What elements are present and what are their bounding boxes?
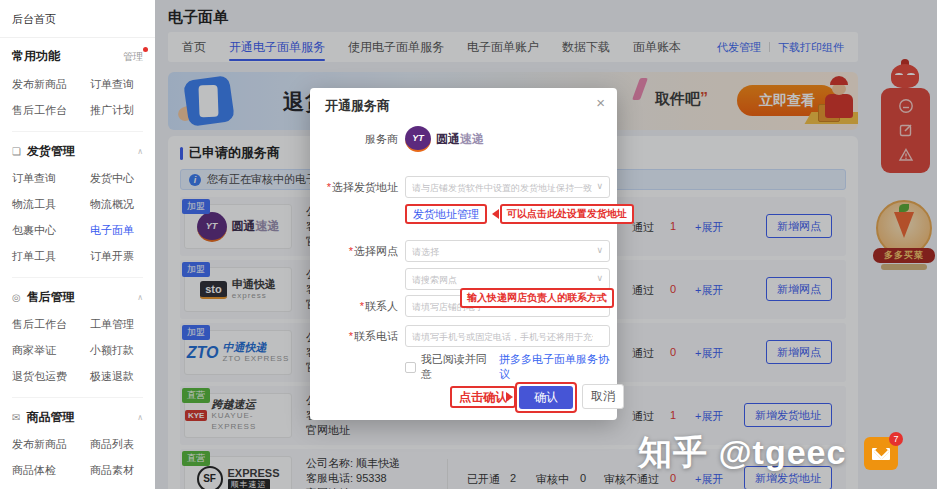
sidebar-item[interactable]: 商品素材	[90, 457, 155, 483]
goods-section-icon: ✉	[12, 412, 20, 423]
chevron-down-icon: ∨	[596, 273, 603, 283]
watermark: 知乎 @tgeec	[638, 430, 846, 476]
sidebar-item-electronic-waybill[interactable]: 电子面单	[90, 217, 155, 243]
sidebar-item[interactable]: 订单查询	[12, 165, 90, 191]
sidebar-item[interactable]: 物流工具	[12, 191, 90, 217]
agreement-checkbox[interactable]	[405, 362, 416, 373]
annotation-arrow-right	[506, 392, 513, 402]
sidebar-section-title[interactable]: 发货管理	[27, 143, 75, 160]
ship-address-select[interactable]: ∨	[405, 176, 610, 198]
sidebar-item[interactable]: 工单管理	[90, 311, 155, 337]
provider-field-label: 服务商	[318, 132, 398, 147]
sidebar-manage-link[interactable]: 管理	[123, 50, 143, 64]
sidebar-section-title[interactable]: 商品管理	[26, 409, 74, 426]
confirm-button[interactable]: 确认	[519, 386, 573, 409]
sidebar-item[interactable]: 推广计划	[90, 97, 155, 123]
sidebar-item[interactable]: 商品列表	[90, 431, 155, 457]
chevron-down-icon: ∨	[596, 181, 603, 191]
merchant-backend-page: 后台首页 常用功能 管理 发布新商品 订单查询 售后工作台 推广计划 ❏ 发货管…	[0, 0, 937, 489]
phone-field-label: *联系电话	[318, 329, 398, 344]
contact-field-label: *联系人	[318, 299, 398, 314]
envelope-badge: 7	[889, 432, 903, 446]
contact-annotation: 输入快递网店负责人的联系方式	[460, 288, 614, 308]
sidebar-item[interactable]: 订单开票	[90, 243, 155, 269]
sidebar-item-home[interactable]: 后台首页	[0, 10, 155, 38]
sidebar-item[interactable]: 发布新商品	[12, 431, 90, 457]
notification-dot	[143, 47, 148, 52]
sidebar-item[interactable]: 售后工作台	[12, 97, 90, 123]
modal-title: 开通服务商	[325, 97, 390, 115]
ship-address-input[interactable]	[406, 178, 609, 198]
sidebar-item[interactable]: 物流概况	[90, 191, 155, 217]
phone-field[interactable]	[405, 325, 610, 347]
chevron-up-icon[interactable]: ∧	[137, 147, 143, 156]
open-provider-modal: 开通服务商 × 服务商 YT 圆通速递 *选择发货地址 ∨ 发货地址管理 可以点…	[310, 88, 617, 420]
annotation-arrow-left	[492, 209, 499, 219]
envelope-icon	[872, 448, 890, 460]
chevron-up-icon[interactable]: ∧	[137, 413, 143, 422]
provider-value: YT 圆通速递	[405, 126, 484, 152]
sidebar-quick-title: 常用功能	[12, 48, 60, 65]
sidebar-item[interactable]: 评价管理	[12, 483, 90, 489]
sidebar-item[interactable]: 小额打款	[90, 337, 155, 363]
agreement-row: 我已阅读并同意 拼多多电子面单服务协议	[405, 352, 617, 382]
outlet-input[interactable]	[406, 242, 609, 262]
chevron-down-icon: ∨	[596, 245, 603, 255]
confirm-highlight-box: 确认	[515, 382, 577, 413]
aftersale-section-icon: ◎	[12, 292, 21, 303]
address-annotation: 可以点击此处设置发货地址	[500, 204, 634, 224]
close-icon[interactable]: ×	[596, 95, 605, 110]
agreement-link[interactable]: 拼多多电子面单服务协议	[499, 352, 617, 382]
sidebar-item[interactable]: 商品工具	[90, 483, 155, 489]
yto-logo: YT	[405, 126, 431, 152]
sidebar-item[interactable]: 订单查询	[90, 71, 155, 97]
sidebar: 后台首页 常用功能 管理 发布新商品 订单查询 售后工作台 推广计划 ❏ 发货管…	[0, 0, 155, 489]
sidebar-item[interactable]: 售后工作台	[12, 311, 90, 337]
outlet-select[interactable]: ∨	[405, 240, 610, 262]
sidebar-item[interactable]: 商家举证	[12, 337, 90, 363]
message-envelope-button[interactable]: 7	[864, 437, 898, 470]
phone-input[interactable]	[406, 327, 609, 347]
shipping-section-icon: ❏	[12, 146, 21, 157]
sidebar-item[interactable]: 退货包运费	[12, 363, 90, 389]
sidebar-section-title[interactable]: 售后管理	[27, 289, 75, 306]
outlet-search-input[interactable]	[406, 270, 609, 290]
sidebar-item[interactable]: 发货中心	[90, 165, 155, 191]
address-field-label: *选择发货地址	[318, 180, 398, 195]
ship-address-manage-button[interactable]: 发货地址管理	[405, 204, 487, 224]
outlet-search-select[interactable]: ∨	[405, 268, 610, 290]
sidebar-item[interactable]: 打单工具	[12, 243, 90, 269]
outlet-field-label: *选择网点	[318, 244, 398, 259]
sidebar-item[interactable]: 包裹中心	[12, 217, 90, 243]
sidebar-item[interactable]: 极速退款	[90, 363, 155, 389]
cancel-button[interactable]: 取消	[582, 384, 624, 409]
sidebar-item[interactable]: 商品体检	[12, 457, 90, 483]
chevron-up-icon[interactable]: ∧	[137, 293, 143, 302]
sidebar-item[interactable]: 发布新商品	[12, 71, 90, 97]
